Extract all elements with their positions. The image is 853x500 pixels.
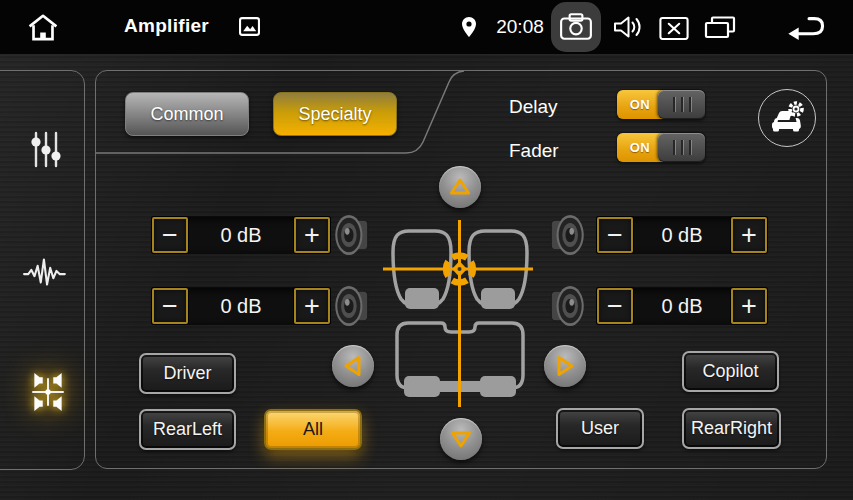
zone-user-button[interactable]: User (556, 408, 644, 449)
camera-button[interactable] (551, 2, 601, 52)
gain-front-left-minus-button[interactable]: − (152, 217, 188, 253)
gain-front-right-plus-button[interactable]: + (731, 217, 767, 253)
delay-toggle[interactable]: ON (617, 90, 705, 119)
equalizer-sliders-icon (28, 131, 64, 169)
home-icon[interactable] (26, 13, 60, 42)
back-icon[interactable] (786, 14, 828, 42)
front-right-speaker-icon (549, 213, 585, 261)
sidebar-item-equalizer[interactable] (20, 124, 72, 176)
zone-rearleft-button[interactable]: RearLeft (139, 409, 236, 450)
right-arrow-icon (550, 351, 580, 381)
front-left-speaker-icon (334, 213, 370, 261)
gain-rear-right: 0 dB − + (597, 288, 767, 324)
image-icon (239, 17, 260, 36)
recent-apps-icon[interactable] (704, 16, 736, 39)
zone-driver-button[interactable]: Driver (139, 353, 236, 394)
sidebar-item-fader-balance[interactable] (22, 366, 74, 418)
gain-front-right-minus-button[interactable]: − (597, 217, 633, 253)
location-pin-icon (461, 16, 477, 38)
speaker-balance-icon (27, 371, 69, 413)
page-title: Amplifier (124, 15, 209, 37)
delay-label: Delay (509, 96, 558, 118)
up-arrow-icon (445, 172, 475, 202)
status-bar: Amplifier 20:08 (0, 0, 853, 55)
sidebar-item-sound-effect[interactable] (20, 246, 72, 298)
fader-toggle[interactable]: ON (617, 133, 705, 162)
move-right-button[interactable] (544, 345, 586, 387)
move-left-button[interactable] (332, 345, 374, 387)
fader-label: Fader (509, 140, 559, 162)
gain-rear-left-minus-button[interactable]: − (152, 288, 188, 324)
zone-rearright-button[interactable]: RearRight (682, 408, 781, 449)
zone-copilot-button[interactable]: Copilot (682, 351, 779, 392)
amplifier-screen: Amplifier 20:08 (0, 0, 853, 500)
volume-icon[interactable] (613, 15, 643, 39)
delay-toggle-knob[interactable] (658, 90, 705, 119)
gain-front-right: 0 dB − + (597, 217, 767, 253)
fader-toggle-on-label: ON (617, 133, 663, 162)
tab-specialty[interactable]: Specialty (273, 92, 397, 136)
gain-rear-left: 0 dB − + (152, 288, 330, 324)
gain-rear-left-plus-button[interactable]: + (294, 288, 330, 324)
rear-right-speaker-icon (549, 284, 585, 332)
left-arrow-icon (338, 351, 368, 381)
gain-front-left-plus-button[interactable]: + (294, 217, 330, 253)
car-gear-icon (768, 101, 806, 135)
move-up-button[interactable] (439, 166, 481, 208)
camera-icon (559, 13, 593, 41)
car-settings-button[interactable] (758, 89, 816, 147)
gain-rear-right-plus-button[interactable]: + (731, 288, 767, 324)
move-down-button[interactable] (440, 418, 482, 460)
down-arrow-icon (446, 424, 476, 454)
tab-common[interactable]: Common (125, 92, 249, 136)
delay-toggle-on-label: ON (617, 90, 663, 119)
close-window-icon[interactable] (659, 17, 689, 40)
fader-toggle-knob[interactable] (658, 133, 705, 162)
rear-left-speaker-icon (334, 284, 370, 332)
zone-all-button[interactable]: All (264, 409, 362, 450)
sound-wave-icon (23, 253, 69, 291)
clock: 20:08 (492, 16, 548, 38)
gain-front-left: 0 dB − + (152, 217, 330, 253)
gain-rear-right-minus-button[interactable]: − (597, 288, 633, 324)
